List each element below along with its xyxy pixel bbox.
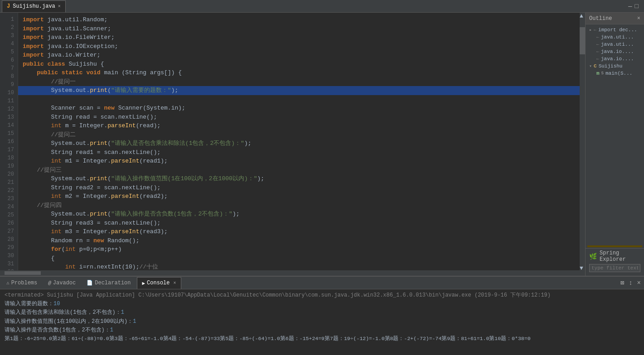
outline-item-method-main[interactable]: m S main(S... [586,70,644,77]
main-area: 1 2 3 4 5 6 7 8 9 10 11 12 13 14 15 16 1… [0,13,644,276]
spring-filter-input[interactable] [589,264,640,272]
tab-problems[interactable]: ⚠ Problems [2,277,42,289]
spring-filter-area [586,262,644,274]
console-line-3: 请输入操作数值范围(1在100以内，2在1000以内)：1 [5,317,639,326]
input-value-1: 10 [53,301,60,307]
outline-item-java-util1[interactable]: ← java.uti... [586,34,644,41]
editor-area: 1 2 3 4 5 6 7 8 9 10 11 12 13 14 15 16 1… [0,13,585,276]
outline-item-label: java.io.... [601,56,634,62]
tab-javadoc[interactable]: @ Javadoc [44,277,80,289]
outline-item-label: java.io.... [601,49,634,54]
outline-item-java-io1[interactable]: ← java.io.... [586,48,644,55]
bottom-panel: ⚠ Problems @ Javadoc 📄 Declaration ▶ Con… [0,276,644,355]
tab-suijishu[interactable]: J Suijishu.java × [2,0,66,12]
outline-item-label: java.uti... [601,42,634,47]
line-numbers: 1 2 3 4 5 6 7 8 9 10 11 12 13 14 15 16 1… [0,13,18,270]
outline-title: Outline [589,15,612,22]
editor-vertical-scrollbar[interactable]: ▲ ▼ [580,13,585,270]
spring-explorer-title: Spring Explorer [600,250,640,263]
spring-explorer-panel: 🌿 Spring Explorer [586,248,644,276]
console-icon: ▶ [142,280,145,286]
class-icon: C [594,63,597,69]
minimize-button[interactable]: — [628,3,632,10]
bottom-panel-controls: ⊠ ↕ × [619,279,642,287]
close-bottom-panel-button[interactable]: × [636,279,642,287]
scrollbar-down-arrow[interactable]: ▼ [580,265,585,270]
outline-close-icon[interactable]: × [637,15,640,22]
tab-javadoc-label: Javadoc [53,280,76,286]
outline-item-label: import dec... [598,27,637,33]
scroll-lock-button[interactable]: ↕ [627,279,634,287]
scrollbar-up-arrow[interactable]: ▲ [580,13,585,18]
tab-java-icon: J [7,3,10,10]
method-icon: m [596,71,600,76]
outline-item-java-util2[interactable]: ← java.uti... [586,41,644,48]
outline-item-import-dec[interactable]: ▸ ← import dec... [586,26,644,34]
warning-marker [587,245,642,247]
editor-content: 1 2 3 4 5 6 7 8 9 10 11 12 13 14 15 16 1… [0,13,585,270]
tab-problems-label: Problems [11,280,38,286]
tab-console-label: Console [147,280,169,286]
h-scrollbar-thumb[interactable] [5,271,41,275]
static-modifier-icon: S [601,71,604,76]
scrollbar-thumb[interactable] [580,27,585,54]
spring-leaf-icon: 🌿 [589,253,597,260]
editor-horizontal-scrollbar[interactable] [0,270,585,276]
input-value-4: 1 [110,327,113,333]
input-value-2: 1 [121,309,124,316]
outline-item-java-io2[interactable]: ← java.io.... [586,55,644,62]
console-line-4: 请输入操作是否含负数(1包含，2不包含)：1 [5,326,639,335]
maximize-button[interactable]: □ [635,3,639,10]
tab-bar: J Suijishu.java × — □ [0,0,644,13]
console-output: <terminated> Suijishu [Java Application]… [0,289,644,355]
input-value-3: 1 [133,318,136,325]
tab-console[interactable]: ▶ Console × [137,277,181,289]
outline-item-label: java.uti... [601,34,634,40]
tab-label: Suijishu.java [13,3,55,10]
import-icon: ← [594,28,596,33]
console-close-icon[interactable]: × [174,281,176,286]
import-sub-icon: ← [596,35,599,40]
import-sub-icon2: ← [596,42,599,47]
bottom-tabs: ⚠ Problems @ Javadoc 📄 Declaration ▶ Con… [0,277,644,289]
console-line-2: 请输入是否包含乘法和除法(1包含，2不包含)：1 [5,308,639,317]
window-controls: — □ [628,3,642,10]
code-editor[interactable]: import java.util.Random; import java.uti… [18,13,580,270]
outline-item-class-suijishu[interactable]: ▾ C Suijishu [586,62,644,70]
import-sub-icon3: ← [596,49,599,54]
outline-item-label: main(S... [605,71,632,76]
right-panel: Outline × ▸ ← import dec... ← java.uti..… [585,13,644,276]
outline-item-label: Suijishu [599,63,623,69]
problems-icon: ⚠ [6,280,10,286]
clear-console-button[interactable]: ⊠ [619,279,625,287]
outline-content: ▸ ← import dec... ← java.uti... ← java.u… [586,24,644,245]
expand-arrow-icon: ▸ [589,27,592,33]
declaration-icon: 📄 [87,280,93,286]
tab-declaration-label: Declaration [95,280,131,286]
console-line-1: 请输入需要的题数：10 [5,300,639,308]
import-sub-icon4: ← [596,57,599,62]
console-result-line: 第1题：-6÷25=0.0第2题：61÷(-88)=0.0第3题：-65÷61=… [5,335,639,343]
class-arrow-icon: ▾ [589,63,592,69]
outline-panel-header: Outline × [586,13,644,24]
tab-close-button[interactable]: × [58,4,61,9]
console-terminated-line: <terminated> Suijishu [Java Application]… [5,291,639,300]
javadoc-icon: @ [48,280,51,286]
tab-declaration[interactable]: 📄 Declaration [82,277,135,289]
spring-explorer-header: 🌿 Spring Explorer [586,250,644,262]
